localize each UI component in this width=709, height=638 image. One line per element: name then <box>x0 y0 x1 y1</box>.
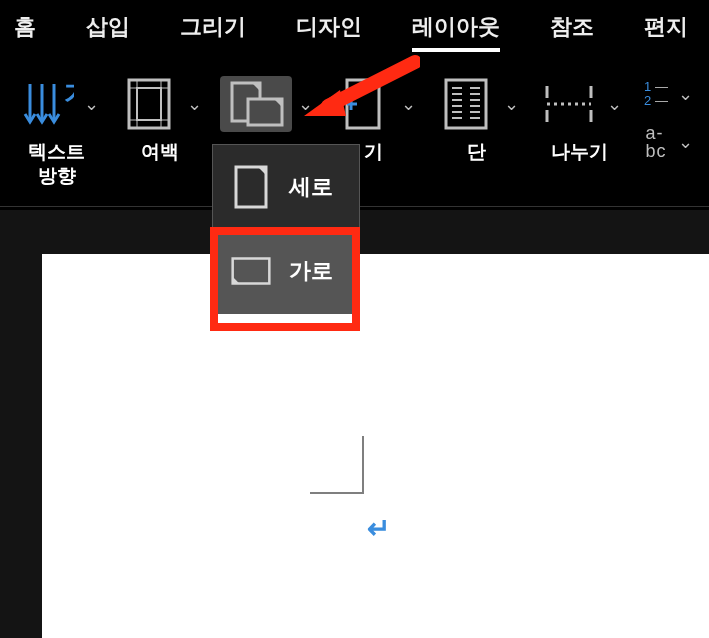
breaks-label: 나누기 <box>551 140 608 164</box>
orientation-dropdown: 세로 가로 <box>212 144 360 314</box>
group-line-numbers: 12—— ⌄ <box>640 76 693 112</box>
tab-bar: 홈 삽입 그리기 디자인 레이아웃 참조 편지 <box>0 0 709 58</box>
portrait-page-icon <box>231 163 271 211</box>
chevron-down-icon[interactable]: ⌄ <box>504 93 519 115</box>
group-orientation: ⌄ <box>220 76 313 140</box>
svg-rect-38 <box>233 259 270 284</box>
line-numbers-icon: 12—— <box>644 80 668 109</box>
landscape-page-icon <box>231 247 271 295</box>
columns-label: 단 <box>467 140 486 164</box>
tab-mailings[interactable]: 편지 <box>644 12 688 52</box>
margins-button[interactable] <box>117 76 181 132</box>
line-numbers-button[interactable]: 12—— <box>640 76 672 112</box>
document-page[interactable]: ↵ <box>42 254 709 638</box>
svg-text:가: 가 <box>64 78 74 108</box>
svg-marker-39 <box>233 277 240 284</box>
tab-home[interactable]: 홈 <box>14 12 36 52</box>
svg-rect-5 <box>137 88 161 120</box>
chevron-down-icon[interactable]: ⌄ <box>298 93 313 115</box>
size-label: 기 <box>364 140 383 164</box>
group-text-direction: 가 ⌄ 텍스트 방향 <box>14 76 99 188</box>
cursor-margin-mark <box>310 436 364 494</box>
hyphenation-button[interactable]: a- bc <box>640 124 672 160</box>
chevron-down-icon[interactable]: ⌄ <box>678 131 693 153</box>
text-direction-label: 텍스트 방향 <box>28 140 85 188</box>
chevron-down-icon[interactable]: ⌄ <box>678 83 693 105</box>
size-button[interactable] <box>331 76 395 132</box>
orientation-option-landscape[interactable]: 가로 <box>213 229 359 313</box>
chevron-down-icon[interactable]: ⌄ <box>187 93 202 115</box>
orientation-option-label: 가로 <box>289 256 333 286</box>
columns-button[interactable] <box>434 76 498 132</box>
text-direction-button[interactable]: 가 <box>14 76 78 132</box>
svg-rect-36 <box>236 167 266 207</box>
tab-references[interactable]: 참조 <box>550 12 594 52</box>
svg-rect-12 <box>248 99 282 125</box>
chevron-down-icon[interactable]: ⌄ <box>401 93 416 115</box>
chevron-down-icon[interactable]: ⌄ <box>607 93 622 115</box>
orientation-option-label: 세로 <box>289 172 333 202</box>
margins-label: 여백 <box>141 140 179 164</box>
hyphenation-icon: a- bc <box>645 124 666 160</box>
orientation-button[interactable] <box>220 76 292 132</box>
tab-layout[interactable]: 레이아웃 <box>412 12 500 52</box>
breaks-button[interactable] <box>537 76 601 132</box>
group-breaks: ⌄ 나누기 <box>537 76 622 164</box>
group-margins: ⌄ 여백 <box>117 76 202 164</box>
chevron-down-icon[interactable]: ⌄ <box>84 93 99 115</box>
tab-design[interactable]: 디자인 <box>296 12 362 52</box>
tab-draw[interactable]: 그리기 <box>180 12 246 52</box>
group-hyphenation: a- bc ⌄ <box>640 124 693 160</box>
orientation-option-portrait[interactable]: 세로 <box>213 145 359 229</box>
paragraph-return-icon: ↵ <box>367 512 390 545</box>
tab-insert[interactable]: 삽입 <box>86 12 130 52</box>
group-columns: ⌄ 단 <box>434 76 519 164</box>
